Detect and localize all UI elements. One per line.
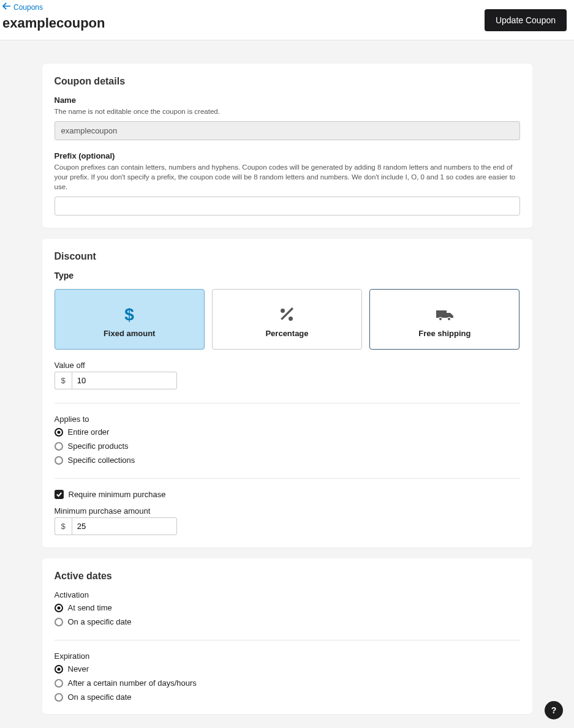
svg-point-6 bbox=[447, 318, 450, 321]
coupon-details-title: Coupon details bbox=[55, 76, 520, 87]
radio-expiration-specific-date[interactable]: On a specific date bbox=[55, 692, 520, 702]
prefix-label: Prefix (optional) bbox=[55, 151, 520, 160]
radio-icon bbox=[55, 428, 63, 437]
discount-type-selector: $ Fixed amount Percentage bbox=[55, 289, 520, 350]
radio-icon bbox=[55, 693, 63, 702]
svg-text:$: $ bbox=[124, 306, 134, 323]
type-fixed-amount[interactable]: $ Fixed amount bbox=[55, 289, 205, 350]
radio-icon bbox=[55, 679, 63, 688]
min-purchase-input[interactable] bbox=[72, 517, 177, 535]
radio-label: Entire order bbox=[68, 427, 110, 437]
active-dates-title: Active dates bbox=[55, 571, 520, 582]
applies-to-group: Applies to Entire order Specific product… bbox=[55, 415, 520, 465]
svg-rect-4 bbox=[436, 310, 447, 318]
expiration-radios: Never After a certain number of days/hou… bbox=[55, 664, 520, 702]
coupon-details-card: Coupon details Name The name is not edit… bbox=[42, 64, 532, 228]
name-input bbox=[55, 121, 520, 140]
page-title: examplecoupon bbox=[2, 15, 105, 31]
type-percentage[interactable]: Percentage bbox=[212, 289, 362, 350]
help-button[interactable]: ? bbox=[545, 701, 563, 719]
radio-specific-products[interactable]: Specific products bbox=[55, 441, 520, 451]
breadcrumb-back-link[interactable]: Coupons bbox=[2, 2, 105, 12]
radio-label: Specific collections bbox=[68, 456, 135, 465]
min-purchase-row: $ bbox=[55, 517, 177, 535]
svg-point-2 bbox=[289, 317, 293, 321]
radio-never[interactable]: Never bbox=[55, 664, 520, 674]
breadcrumb-label: Coupons bbox=[13, 3, 43, 12]
divider bbox=[55, 640, 520, 640]
discount-card: Discount Type $ Fixed amount bbox=[42, 239, 532, 547]
type-freeshipping-label: Free shipping bbox=[376, 329, 513, 338]
activation-group: Activation At send time On a specific da… bbox=[55, 590, 520, 626]
radio-label: Never bbox=[68, 664, 89, 674]
name-help: The name is not editable once the coupon… bbox=[55, 107, 520, 116]
name-field-group: Name The name is not editable once the c… bbox=[55, 96, 520, 140]
prefix-input[interactable] bbox=[55, 197, 520, 216]
applies-to-label: Applies to bbox=[55, 415, 520, 424]
divider bbox=[55, 478, 520, 479]
radio-entire-order[interactable]: Entire order bbox=[55, 427, 520, 437]
radio-icon bbox=[55, 456, 63, 465]
svg-point-5 bbox=[439, 318, 442, 321]
currency-symbol: $ bbox=[55, 372, 72, 389]
radio-icon bbox=[55, 442, 63, 451]
page-header: Coupons examplecoupon Update Coupon bbox=[0, 0, 574, 40]
radio-icon bbox=[55, 604, 63, 612]
breadcrumb: Coupons examplecoupon bbox=[2, 2, 105, 31]
activation-label: Activation bbox=[55, 590, 520, 599]
currency-symbol: $ bbox=[55, 517, 72, 535]
help-label: ? bbox=[551, 705, 557, 715]
percent-icon bbox=[219, 304, 355, 325]
type-free-shipping[interactable]: Free shipping bbox=[369, 289, 519, 350]
truck-icon bbox=[376, 304, 513, 325]
radio-activation-specific-date[interactable]: On a specific date bbox=[55, 617, 520, 626]
prefix-field-group: Prefix (optional) Coupon prefixes can co… bbox=[55, 151, 520, 216]
active-dates-card: Active dates Activation At send time On … bbox=[42, 558, 532, 714]
radio-at-send-time[interactable]: At send time bbox=[55, 603, 520, 612]
min-purchase-label: Minimum purchase amount bbox=[55, 506, 520, 516]
value-off-row: $ bbox=[55, 372, 177, 389]
update-coupon-button[interactable]: Update Coupon bbox=[485, 9, 567, 31]
radio-label: After a certain number of days/hours bbox=[68, 678, 197, 688]
arrow-left-icon bbox=[2, 2, 11, 12]
expiration-group: Expiration Never After a certain number … bbox=[55, 651, 520, 702]
radio-label: On a specific date bbox=[68, 617, 132, 626]
type-percentage-label: Percentage bbox=[219, 329, 355, 338]
divider bbox=[55, 403, 520, 403]
check-icon bbox=[55, 490, 64, 499]
radio-label: On a specific date bbox=[68, 692, 132, 702]
require-min-label: Require minimum purchase bbox=[69, 490, 166, 499]
main-content: Coupon details Name The name is not edit… bbox=[42, 64, 532, 714]
dollar-icon: $ bbox=[61, 304, 198, 325]
require-min-checkbox[interactable]: Require minimum purchase bbox=[55, 490, 520, 499]
radio-icon bbox=[55, 618, 63, 626]
activation-radios: At send time On a specific date bbox=[55, 603, 520, 626]
expiration-label: Expiration bbox=[55, 651, 520, 661]
applies-to-radios: Entire order Specific products Specific … bbox=[55, 427, 520, 465]
radio-icon bbox=[55, 665, 63, 674]
svg-point-1 bbox=[281, 309, 285, 313]
value-off-group: Value off $ bbox=[55, 361, 520, 389]
value-off-label: Value off bbox=[55, 361, 520, 370]
radio-label: Specific products bbox=[68, 441, 129, 451]
discount-title: Discount bbox=[55, 251, 520, 262]
type-fixed-label: Fixed amount bbox=[61, 329, 198, 338]
value-off-input[interactable] bbox=[72, 372, 177, 389]
radio-after-days[interactable]: After a certain number of days/hours bbox=[55, 678, 520, 688]
radio-label: At send time bbox=[68, 603, 112, 612]
discount-type-label: Type bbox=[55, 271, 520, 280]
name-label: Name bbox=[55, 96, 520, 105]
radio-specific-collections[interactable]: Specific collections bbox=[55, 456, 520, 465]
prefix-help: Coupon prefixes can contain letters, num… bbox=[55, 162, 520, 192]
min-purchase-group: Minimum purchase amount $ bbox=[55, 506, 520, 535]
